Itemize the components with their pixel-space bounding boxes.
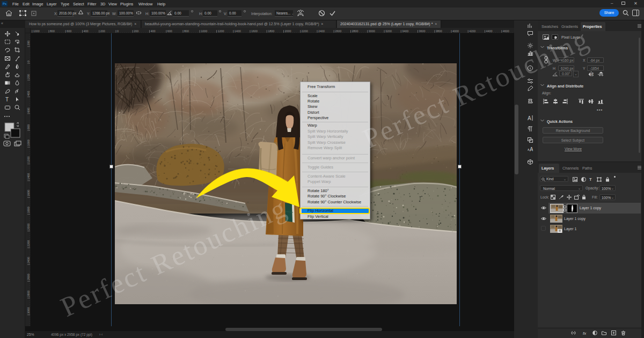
svg-text:1000: 1000 xyxy=(27,139,30,146)
svg-text:2400: 2400 xyxy=(318,30,325,33)
svg-text:800: 800 xyxy=(184,30,189,33)
svg-text:3000: 3000 xyxy=(27,307,30,314)
svg-text:400: 400 xyxy=(151,30,156,33)
svg-text:3000: 3000 xyxy=(369,30,375,33)
svg-text:2200: 2200 xyxy=(302,30,308,33)
svg-text:3400: 3400 xyxy=(402,30,408,33)
svg-text:800: 800 xyxy=(27,124,30,129)
svg-text:0: 0 xyxy=(27,61,30,62)
svg-text:2400: 2400 xyxy=(27,257,30,263)
svg-text:3800: 3800 xyxy=(436,30,442,33)
svg-text:1200: 1200 xyxy=(218,30,224,33)
svg-text:2000: 2000 xyxy=(27,224,30,230)
svg-text:A: A xyxy=(528,115,531,121)
svg-text:1400: 1400 xyxy=(235,30,241,33)
svg-text:400: 400 xyxy=(27,91,30,96)
svg-text:1600: 1600 xyxy=(251,30,258,33)
svg-text:2200: 2200 xyxy=(27,240,30,247)
svg-text:fx: fx xyxy=(583,331,587,336)
svg-text:600: 600 xyxy=(27,108,30,113)
svg-text:4200: 4200 xyxy=(469,30,475,33)
svg-text:2600: 2600 xyxy=(27,274,30,280)
svg-text:0: 0 xyxy=(117,30,119,33)
svg-text:1000: 1000 xyxy=(33,30,40,33)
svg-text:800: 800 xyxy=(50,30,55,33)
svg-text:1800: 1800 xyxy=(27,207,30,213)
svg-text:2000: 2000 xyxy=(285,30,291,33)
svg-text:600: 600 xyxy=(67,30,71,33)
svg-text:200: 200 xyxy=(27,74,30,79)
svg-text:1000: 1000 xyxy=(201,30,207,33)
svg-text:400: 400 xyxy=(84,30,89,33)
svg-text:2600: 2600 xyxy=(335,30,341,33)
svg-text:4000: 4000 xyxy=(452,30,459,33)
svg-text:2800: 2800 xyxy=(352,30,358,33)
svg-text:1600: 1600 xyxy=(27,190,30,196)
svg-text:4400: 4400 xyxy=(486,30,493,33)
svg-text:2800: 2800 xyxy=(27,291,30,297)
svg-text:1200: 1200 xyxy=(27,157,30,163)
svg-text:T: T xyxy=(5,97,9,102)
svg-text:200: 200 xyxy=(27,41,30,46)
svg-text:1400: 1400 xyxy=(27,173,30,180)
svg-text:4600: 4600 xyxy=(503,30,509,33)
svg-text:3200: 3200 xyxy=(385,30,392,33)
svg-text:1800: 1800 xyxy=(268,30,274,33)
svg-text:200: 200 xyxy=(100,30,105,33)
svg-text:600: 600 xyxy=(167,30,172,33)
svg-text:3600: 3600 xyxy=(419,30,426,33)
svg-text:A: A xyxy=(530,146,533,152)
svg-text:200: 200 xyxy=(134,30,138,33)
